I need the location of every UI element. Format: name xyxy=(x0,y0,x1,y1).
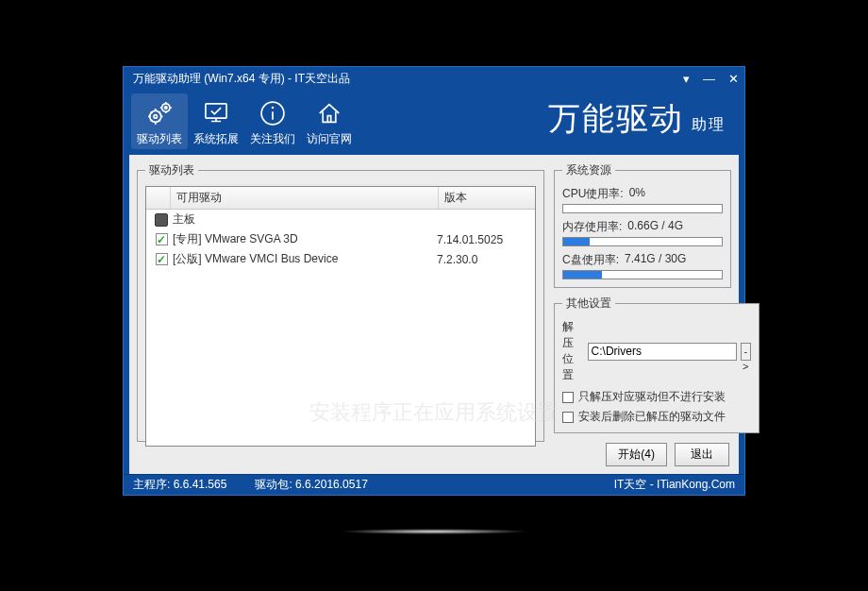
row-checkbox[interactable] xyxy=(156,233,168,245)
driver-name: [公版] VMware VMCI Bus Device xyxy=(173,251,437,267)
driver-table[interactable]: 可用驱动 版本 主板 [专用] VMware SVGA 3D 7.14.01.5 xyxy=(145,186,536,447)
driver-pack-version: 驱动包: 6.6.2016.0517 xyxy=(255,477,367,493)
table-row[interactable]: [专用] VMware SVGA 3D 7.14.01.5025 xyxy=(146,229,535,249)
tab-follow-us[interactable]: 关注我们 xyxy=(244,93,301,149)
svg-rect-4 xyxy=(206,104,226,118)
category-label: 主板 xyxy=(173,211,437,228)
table-body: 主板 [专用] VMware SVGA 3D 7.14.01.5025 [公版]… xyxy=(146,210,535,269)
option-extract-only[interactable]: 只解压对应驱动但不进行安装 xyxy=(562,389,751,405)
driver-version: 7.14.01.5025 xyxy=(437,233,531,246)
option-label: 只解压对应驱动但不进行安装 xyxy=(578,389,726,405)
start-button[interactable]: 开始(4) xyxy=(606,443,667,466)
memory-value: 0.66G / 4G xyxy=(627,219,683,235)
driver-version: 7.2.30.0 xyxy=(437,253,531,266)
table-header: 可用驱动 版本 xyxy=(146,187,535,210)
table-row[interactable]: [公版] VMware VMCI Bus Device 7.2.30.0 xyxy=(146,249,535,269)
left-panel: 驱动列表 可用驱动 版本 主板 xyxy=(137,162,544,466)
svg-point-6 xyxy=(272,107,275,110)
minimize-icon[interactable]: — xyxy=(703,72,715,86)
tab-label: 访问官网 xyxy=(301,131,358,147)
disk-bar xyxy=(562,270,723,279)
extract-path-input[interactable] xyxy=(588,343,737,361)
svg-point-1 xyxy=(154,115,157,118)
system-resources-group: 系统资源 CPU使用率: 0% 内存使用率: 0.66G / 4G xyxy=(554,162,731,288)
brand-sub: 助理 xyxy=(692,115,726,135)
disk-value: 7.41G / 30G xyxy=(625,252,686,268)
window-menu-icon[interactable]: ▾ xyxy=(683,72,690,86)
memory-bar xyxy=(562,237,723,246)
info-icon xyxy=(244,95,301,131)
row-checkbox[interactable] xyxy=(156,253,168,265)
statusbar: 主程序: 6.6.41.565 驱动包: 6.6.2016.0517 IT天空 … xyxy=(124,474,744,495)
path-label: 解压位置 xyxy=(562,319,584,383)
gears-icon xyxy=(131,95,188,131)
window-controls: ▾ — ✕ xyxy=(683,72,739,86)
content-area: 驱动列表 可用驱动 版本 主板 xyxy=(129,155,739,474)
checkbox[interactable] xyxy=(562,392,574,403)
driver-name: [专用] VMware SVGA 3D xyxy=(173,231,437,247)
tab-label: 驱动列表 xyxy=(131,131,188,147)
col-name[interactable]: 可用驱动 xyxy=(171,187,439,209)
cpu-label: CPU使用率: xyxy=(562,186,624,202)
disk-row: C盘使用率: 7.41G / 30G xyxy=(562,252,723,279)
tab-label: 关注我们 xyxy=(244,131,301,147)
close-icon[interactable]: ✕ xyxy=(728,72,739,86)
cpu-bar xyxy=(562,204,723,213)
glow-decoration xyxy=(340,529,528,534)
tab-driver-list[interactable]: 驱动列表 xyxy=(131,93,188,149)
brand-logo: 万能驱动 助理 xyxy=(548,97,726,141)
disk-label: C盘使用率: xyxy=(562,252,619,268)
home-icon xyxy=(301,95,358,131)
driver-list-legend: 驱动列表 xyxy=(145,162,198,178)
category-row[interactable]: 主板 xyxy=(146,210,535,229)
cpu-value: 0% xyxy=(629,186,645,202)
brand-main: 万能驱动 xyxy=(548,97,684,141)
system-legend: 系统资源 xyxy=(562,162,615,178)
window-title: 万能驱动助理 (Win7.x64 专用) - IT天空出品 xyxy=(133,71,350,87)
main-program-version: 主程序: 6.6.41.565 xyxy=(133,477,226,493)
other-legend: 其他设置 xyxy=(562,296,615,312)
cpu-row: CPU使用率: 0% xyxy=(562,186,723,213)
other-settings-group: 其他设置 解压位置 -> 只解压对应驱动但不进行安装 安装后删除已解压的驱动文件 xyxy=(554,296,760,433)
checkbox[interactable] xyxy=(562,412,574,423)
right-panel: 系统资源 CPU使用率: 0% 内存使用率: 0.66G / 4G xyxy=(554,162,731,466)
motherboard-icon xyxy=(155,213,168,227)
option-label: 安装后删除已解压的驱动文件 xyxy=(578,409,726,425)
tab-system-ext[interactable]: 系统拓展 xyxy=(188,93,244,149)
memory-label: 内存使用率: xyxy=(562,219,622,235)
app-window: 万能驱动助理 (Win7.x64 专用) - IT天空出品 ▾ — ✕ 驱动列表… xyxy=(123,66,745,496)
option-delete-after[interactable]: 安装后删除已解压的驱动文件 xyxy=(562,409,751,425)
memory-row: 内存使用率: 0.66G / 4G xyxy=(562,219,723,246)
col-checkbox[interactable] xyxy=(146,187,171,209)
tab-label: 系统拓展 xyxy=(188,131,244,147)
extract-path-row: 解压位置 -> xyxy=(562,319,751,383)
exit-button[interactable]: 退出 xyxy=(675,443,729,466)
col-version[interactable]: 版本 xyxy=(439,187,535,209)
monitor-check-icon xyxy=(188,95,244,131)
driver-list-group: 驱动列表 可用驱动 版本 主板 xyxy=(137,162,544,442)
action-buttons: 开始(4) 退出 xyxy=(554,441,731,466)
website-label: IT天空 - ITianKong.Com xyxy=(614,477,735,493)
svg-point-3 xyxy=(165,107,168,110)
browse-button[interactable]: -> xyxy=(741,343,751,361)
tab-website[interactable]: 访问官网 xyxy=(301,93,358,149)
titlebar[interactable]: 万能驱动助理 (Win7.x64 专用) - IT天空出品 ▾ — ✕ xyxy=(124,67,744,90)
toolbar: 驱动列表 系统拓展 关注我们 访问官网 万能驱动 助理 xyxy=(124,90,744,155)
